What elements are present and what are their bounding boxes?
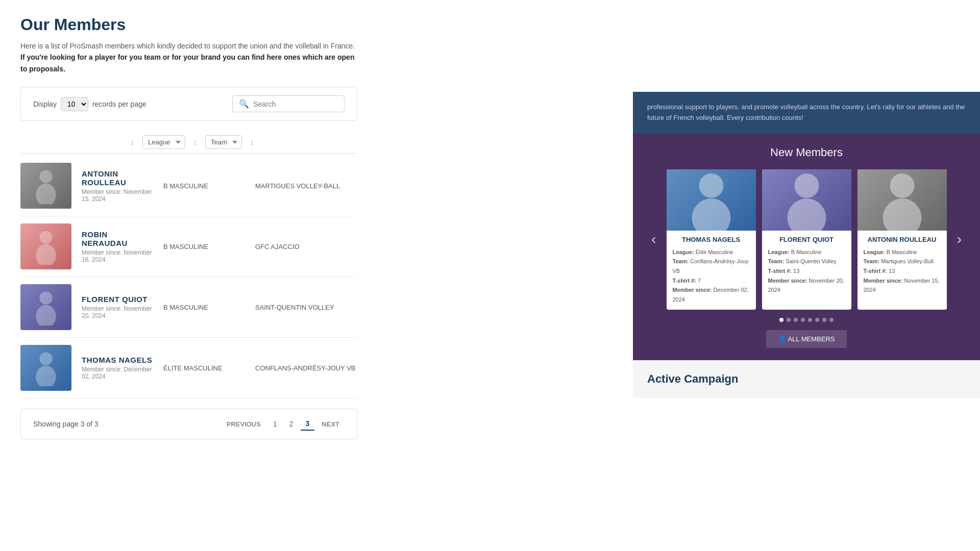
member-league: B MASCULINE [163,243,245,251]
table-row: THOMAS NAGELS Member since: December 02,… [20,338,357,398]
page-link-2[interactable]: 2 [284,418,299,430]
svg-point-2 [39,231,52,244]
svg-point-1 [36,184,56,205]
member-team: CONFLANS-ANDRÉSY-JOUY VB [255,364,357,372]
search-icon: 🔍 [239,99,249,109]
member-info: THOMAS NAGELS Member since: December 02,… [82,356,153,380]
new-members-title: New Members [647,146,966,159]
member-name: ANTONIN ROULLEAU [82,169,153,187]
team-filter[interactable]: Team [205,135,242,149]
member-info: ROBIN NERAUDAU Member since: November 16… [82,230,153,263]
active-campaign-title: Active Campaign [647,372,966,386]
carousel-card-3[interactable]: ANTONIN ROULLEAU League: B Masculine Tea… [857,169,947,310]
member-league: ÉLITE MASCULINE [163,364,245,372]
avatar [20,223,71,269]
svg-point-12 [890,173,914,198]
display-label: Display [33,100,57,108]
all-members-icon: 👤 [778,335,787,343]
display-controls: Display 10 25 50 records per page [33,97,146,111]
overlay-top-text: professional support to players, and pro… [647,102,966,123]
previous-button[interactable]: PREVIOUS [222,418,266,430]
carousel-prev-button[interactable]: ‹ [647,227,660,252]
desc-normal: Here is a list of ProSmash members which… [20,42,355,50]
carousel-cards: THOMAS NAGELS League: Élite Masculine Te… [660,169,952,310]
members-carousel: ‹ THOMAS NAGELS League: Élite Masculine … [647,169,966,310]
league-filter[interactable]: League [142,135,185,149]
avatar [20,163,71,209]
page-link-1[interactable]: 1 [268,418,282,430]
dot-7[interactable] [822,318,826,322]
member-since: Member since: November 15, 2024 [82,188,153,203]
member-team: GFC AJACCIO [255,243,357,251]
svg-point-4 [39,292,52,305]
card-detail-2: League: B Masculine Team: Saint-Quentin … [768,247,845,295]
sort-icon-3: ↕ [250,138,254,146]
member-name: FLORENT QUIOT [82,295,153,304]
svg-point-11 [787,198,826,231]
dot-3[interactable] [794,318,798,322]
member-info: FLORENT QUIOT Member since: November 20,… [82,295,153,319]
page-title: Our Members [20,15,357,34]
card-body-2: FLORENT QUIOT League: B Masculine Team: … [762,231,851,300]
card-detail-1: League: Élite Masculine Team: Conflans-A… [673,247,750,305]
pagination-controls: PREVIOUS 1 2 3 NEXT [222,417,345,431]
card-name-1: THOMAS NAGELS [673,236,750,243]
carousel-card-1[interactable]: THOMAS NAGELS League: Élite Masculine Te… [667,169,756,310]
pagination-bar: Showing page 3 of 3 PREVIOUS 1 2 3 NEXT [20,409,357,439]
member-since: Member since: November 16, 2024 [82,249,153,263]
carousel-next-button[interactable]: › [953,227,966,252]
svg-point-5 [36,305,56,326]
new-members-section: New Members ‹ THOMAS NAGELS League: Élit… [633,134,980,360]
dot-1[interactable] [779,318,783,322]
sort-icon-1: ↕ [131,138,134,146]
card-image-3 [857,169,947,231]
search-box: 🔍 [232,95,345,112]
overlay-top-band: professional support to players, and pro… [633,92,980,134]
svg-point-0 [39,170,52,183]
records-per-page-select[interactable]: 10 25 50 [61,97,88,111]
member-info: ANTONIN ROULLEAU Member since: November … [82,169,153,203]
table-row: FLORENT QUIOT Member since: November 20,… [20,277,357,338]
next-button[interactable]: NEXT [316,418,345,430]
table-row: ANTONIN ROULLEAU Member since: November … [20,156,357,216]
dot-8[interactable] [829,318,834,322]
members-list: ANTONIN ROULLEAU Member since: November … [20,156,357,398]
svg-point-9 [692,198,730,231]
member-name: ROBIN NERAUDAU [82,230,153,247]
svg-point-10 [794,173,819,198]
showing-text: Showing page 3 of 3 [33,420,99,428]
svg-point-3 [36,244,56,265]
member-since: Member since: December 02, 2024 [82,366,153,380]
desc-bold: If you're looking for a player for you t… [20,53,354,72]
page-description: Here is a list of ProSmash members which… [20,40,357,74]
page-link-3[interactable]: 3 [301,417,315,431]
carousel-dots [647,318,966,322]
svg-point-6 [39,353,52,365]
svg-point-7 [36,366,56,387]
sort-icon-2: ↕ [193,138,197,146]
card-body-1: THOMAS NAGELS League: Élite Masculine Te… [667,231,756,310]
dot-6[interactable] [815,318,819,322]
member-name: THOMAS NAGELS [82,356,153,364]
svg-point-13 [883,198,921,231]
member-league: B MASCULINE [163,182,245,190]
dot-5[interactable] [808,318,812,322]
filter-row: ↕ League ↕ Team ↕ [20,131,357,154]
table-row: ROBIN NERAUDAU Member since: November 16… [20,216,357,277]
card-image-2 [762,169,851,231]
member-team: SAINT-QUENTIN VOLLEY [255,304,357,311]
carousel-card-2[interactable]: FLORENT QUIOT League: B Masculine Team: … [762,169,851,310]
avatar [20,284,71,330]
all-members-label: ALL MEMBERS [788,335,835,343]
dot-4[interactable] [801,318,805,322]
card-name-3: ANTONIN ROULLEAU [864,236,941,243]
controls-bar: Display 10 25 50 records per page 🔍 [20,87,357,121]
search-input[interactable] [253,100,338,108]
avatar [20,345,71,391]
active-campaign-section: Active Campaign [633,360,980,398]
records-label: records per page [92,100,146,108]
dot-2[interactable] [787,318,791,322]
member-league: B MASCULINE [163,304,245,311]
all-members-button[interactable]: 👤 ALL MEMBERS [766,330,847,348]
member-since: Member since: November 20, 2024 [82,305,153,319]
